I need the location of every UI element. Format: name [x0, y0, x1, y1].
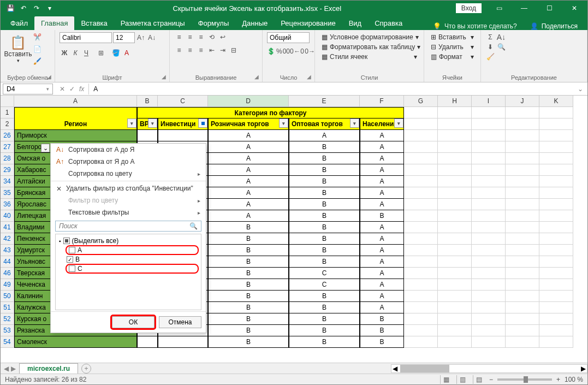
- cell[interactable]: B: [289, 153, 360, 164]
- currency-icon[interactable]: 💲: [267, 46, 275, 56]
- thousands-icon[interactable]: 000: [283, 46, 293, 56]
- cell[interactable]: B: [208, 279, 289, 291]
- cell[interactable]: [438, 291, 472, 302]
- insert-cells-button[interactable]: ⊞Вставить▾: [429, 32, 476, 42]
- cell[interactable]: A: [360, 153, 404, 164]
- tab-view[interactable]: Вид: [342, 16, 369, 30]
- row-header[interactable]: 52: [1, 313, 14, 325]
- alignment-dialog-icon[interactable]: ◢: [254, 74, 261, 80]
- cell[interactable]: [506, 313, 539, 325]
- cell[interactable]: [438, 164, 472, 176]
- align-center-icon[interactable]: ≡: [185, 45, 195, 55]
- enter-formula-icon[interactable]: ✓: [69, 85, 75, 93]
- cell[interactable]: [506, 222, 539, 233]
- cell[interactable]: B: [289, 325, 360, 336]
- cell[interactable]: [539, 119, 573, 130]
- maximize-icon[interactable]: ☐: [537, 1, 561, 16]
- cell[interactable]: Инвестици▾: [158, 119, 208, 130]
- col-header-B[interactable]: B: [137, 96, 158, 107]
- ok-button[interactable]: ОК: [112, 316, 155, 328]
- cell[interactable]: [404, 325, 438, 336]
- cell[interactable]: [539, 199, 573, 210]
- row-header[interactable]: 40: [1, 210, 14, 222]
- formula-input[interactable]: [88, 84, 573, 94]
- name-box[interactable]: D4▾: [3, 84, 53, 94]
- row-header[interactable]: 27: [1, 141, 14, 153]
- orientation-icon[interactable]: ⟲: [207, 32, 217, 42]
- percent-icon[interactable]: %: [276, 46, 282, 56]
- cell[interactable]: [506, 153, 539, 164]
- cell[interactable]: A: [208, 199, 289, 210]
- row-header[interactable]: 46: [1, 268, 14, 279]
- cancel-button[interactable]: Отмена: [159, 316, 201, 328]
- conditional-formatting-button[interactable]: ▦Условное форматирование▾: [319, 32, 419, 42]
- col-header-D[interactable]: D: [208, 96, 289, 107]
- row-header[interactable]: 51: [1, 302, 14, 313]
- filter-search-box[interactable]: 🔍: [55, 221, 201, 232]
- cell[interactable]: B: [289, 302, 360, 313]
- cell[interactable]: B: [289, 199, 360, 210]
- cell[interactable]: [539, 164, 573, 176]
- sheet-tab-active[interactable]: microexcel.ru: [19, 363, 78, 374]
- cell[interactable]: B: [289, 176, 360, 187]
- sort-az-item[interactable]: A↓Сортировка от А до Я: [51, 144, 206, 156]
- cell[interactable]: [506, 256, 539, 268]
- cell[interactable]: [472, 164, 506, 176]
- row-header[interactable]: 29: [1, 164, 14, 176]
- cell[interactable]: [472, 176, 506, 187]
- cancel-formula-icon[interactable]: ✕: [60, 85, 65, 93]
- select-all-checkbox[interactable]: ▪(Выделить все): [58, 236, 199, 245]
- col-header-C[interactable]: C: [158, 96, 208, 107]
- cell[interactable]: A: [208, 130, 289, 141]
- cell[interactable]: ВР▾: [137, 119, 158, 130]
- format-as-table-button[interactable]: ▦Форматировать как таблицу▾: [319, 42, 419, 52]
- cell[interactable]: [404, 210, 438, 222]
- tab-pagelayout[interactable]: Разметка страницы: [114, 16, 192, 30]
- align-top-icon[interactable]: ≡: [174, 32, 184, 42]
- expand-menu-icon[interactable]: ⌄: [41, 144, 50, 152]
- cell[interactable]: A: [208, 153, 289, 164]
- cell[interactable]: [539, 210, 573, 222]
- cell[interactable]: A: [360, 141, 404, 153]
- close-icon[interactable]: ✕: [562, 1, 586, 16]
- cell[interactable]: [404, 153, 438, 164]
- cell[interactable]: [539, 107, 573, 119]
- cell[interactable]: Регион▾: [14, 119, 137, 130]
- cell[interactable]: [404, 256, 438, 268]
- cell[interactable]: [404, 119, 438, 130]
- cell[interactable]: C: [289, 279, 360, 291]
- cell[interactable]: [472, 302, 506, 313]
- cell[interactable]: B: [208, 313, 289, 325]
- cell[interactable]: Населени▾: [360, 119, 404, 130]
- italic-button[interactable]: К: [70, 48, 80, 58]
- cell[interactable]: [472, 119, 506, 130]
- cell[interactable]: [539, 141, 573, 153]
- share-button[interactable]: 👤 Поделиться: [524, 22, 584, 30]
- filter-dropdown-vr[interactable]: ▾: [148, 119, 157, 128]
- filter-values-tree[interactable]: ▪(Выделить все) A B C: [55, 234, 201, 310]
- cell[interactable]: Приморск: [14, 130, 137, 141]
- col-header-H[interactable]: H: [438, 96, 472, 107]
- font-color-icon[interactable]: A: [122, 48, 132, 58]
- cell[interactable]: [438, 302, 472, 313]
- ribbon-display-icon[interactable]: ▭: [487, 1, 511, 16]
- cell[interactable]: [438, 325, 472, 336]
- cell[interactable]: B: [289, 313, 360, 325]
- cell[interactable]: [404, 302, 438, 313]
- cell[interactable]: B: [360, 325, 404, 336]
- font-name-input[interactable]: [60, 32, 112, 43]
- cell[interactable]: [472, 187, 506, 199]
- font-dialog-icon[interactable]: ◢: [162, 74, 168, 80]
- cell[interactable]: B: [208, 256, 289, 268]
- cell[interactable]: [506, 119, 539, 130]
- cell[interactable]: B: [289, 187, 360, 199]
- row-header[interactable]: 43: [1, 245, 14, 256]
- cell[interactable]: [404, 176, 438, 187]
- cell[interactable]: [539, 153, 573, 164]
- tab-review[interactable]: Рецензирование: [274, 16, 342, 30]
- cell[interactable]: [506, 141, 539, 153]
- col-header-K[interactable]: K: [539, 96, 573, 107]
- cell[interactable]: [506, 199, 539, 210]
- cell[interactable]: B: [289, 210, 360, 222]
- normal-view-icon[interactable]: ▦: [440, 375, 452, 384]
